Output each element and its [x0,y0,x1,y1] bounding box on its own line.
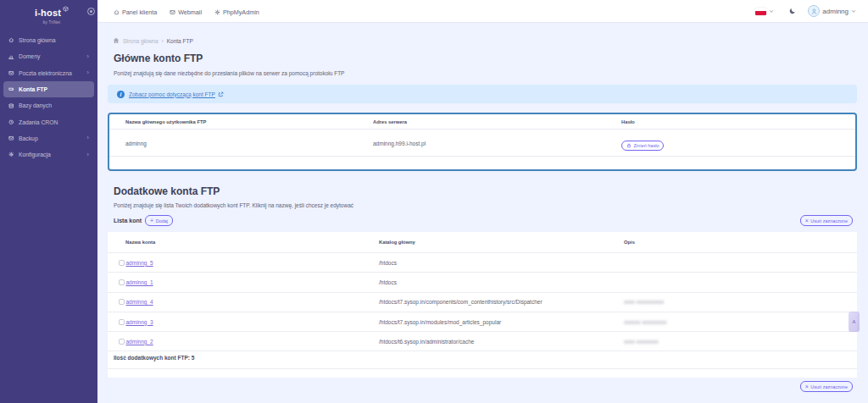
sidebar-item-poczta-elektroniczna[interactable]: Poczta elektroniczna› [3,65,94,81]
account-path: /htdocs [379,279,624,285]
additional-ftp-table: Nazwa konta Katalog główny Opis adminng_… [108,232,857,378]
chevron-right-icon: › [86,53,89,60]
col-header-path: Katalog główny [379,239,624,246]
gear-icon [8,152,14,157]
logo-row: i-host by TriNet [0,0,97,23]
list-label: Lista kont [108,218,142,224]
ftp-account-row: adminng_3/htdocs/t7.sysop.in/modules/mod… [108,312,857,331]
ftp-account-row: adminng_1/htdocs [108,272,857,291]
bottom-toolbar: ×Usuń zaznaczone [108,381,857,392]
home-icon [114,9,120,15]
help-infobox: i Zobacz pomoc dotyczącą kont FTP [108,85,857,103]
breadcrumb-separator: › [162,38,164,44]
sidebar-collapse-icon[interactable] [87,8,95,15]
user-chevron-down-icon[interactable] [851,9,856,13]
change-password-button[interactable]: Zmień hasło [621,141,664,151]
user-menu[interactable]: adminng [822,8,849,15]
lock-icon [626,143,632,148]
col-header-desc: Opis [624,239,857,246]
topbar-link-webmail[interactable]: Webmail [170,8,202,16]
additional-description: Poniżej znajduje się lista Twoich dodatk… [108,202,857,209]
main-ftp-server: adminng.h99.i-host.pl [373,141,621,146]
accessibility-widget[interactable]: A [849,312,860,332]
mail-icon [8,135,14,141]
logo-subtitle: by TriNet [35,20,69,25]
poland-flag-icon [755,8,766,15]
mail-icon [170,9,175,15]
home-icon [113,37,120,44]
logo-cube-icon [63,6,69,12]
x-icon: × [805,384,809,389]
row-checkbox[interactable] [119,279,125,285]
ftp-account-link[interactable]: adminng_1 [126,279,153,285]
sidebar-item-konta-ftp[interactable]: Konta FTP [3,81,94,97]
chart-icon [8,54,14,60]
sidebar-item-zadania-cron[interactable]: Zadania CRON [3,113,94,130]
chevron-down-icon [769,9,774,13]
accounts-count: Ilość dodatkowych kont FTP: 5 [108,351,857,369]
sidebar-item-bazy-danych[interactable]: Bazy danych [3,97,94,113]
gear-icon [214,9,220,15]
sidebar: i-host by TriNet Strona głównaDomeny›Poc… [0,0,97,403]
main-ftp-username: adminng [109,141,373,146]
chevron-right-icon: › [86,135,89,141]
topbar: Panel klientaWebmailPhpMyAdmin adminng [97,0,868,23]
ftp-account-link[interactable]: adminng_2 [126,339,153,345]
db-icon [8,103,14,109]
account-desc: xxxx xxxxxxxxxx [624,299,857,305]
topbar-link-panel-klienta[interactable]: Panel klienta [114,8,157,16]
main-ftp-table: Nazwa głównego użytkownika FTP Adres ser… [108,113,857,171]
sidebar-menu: Strona głównaDomeny›Poczta elektroniczna… [0,32,97,163]
account-desc: xxxxxx xxxxxxxxx [624,319,857,325]
help-link[interactable]: Zobacz pomoc dotyczącą kont FTP [129,91,224,97]
sidebar-item-konfiguracja[interactable]: Konfiguracja› [3,146,94,163]
ftp-account-link[interactable]: adminng_4 [126,299,153,305]
topbar-link-phpmyadmin[interactable]: PhpMyAdmin [214,8,259,16]
delete-selected-button-top[interactable]: ×Usuń zaznaczone [800,215,853,226]
mail-icon [8,70,14,76]
chevron-right-icon: › [86,152,89,158]
delete-selected-button-bottom[interactable]: ×Usuń zaznaczone [800,381,853,392]
account-desc: xxxx xxxxxxxx [624,339,857,345]
account-path: /htdocs/t7.sysop.in/modules/mod_articles… [379,319,624,325]
ftp-account-row: adminng_4/htdocs/t7.sysop.in/components/… [108,292,857,312]
col-header-password: Hasło [621,119,855,126]
avatar[interactable] [808,5,820,17]
row-checkbox[interactable] [119,339,125,345]
main-table-header-row: Nazwa głównego użytkownika FTP Adres ser… [109,114,855,129]
additional-title: Dodatkowe konta FTP [108,186,857,197]
breadcrumb-home[interactable]: Strona główna [123,38,159,44]
chevron-right-icon: › [86,69,89,76]
dark-mode-toggle[interactable] [789,8,796,14]
breadcrumb: Strona główna › Konta FTP [108,37,857,44]
x-icon: × [805,218,809,224]
page-title: Główne konto FTP [108,52,857,65]
logo[interactable]: i-host [35,8,69,18]
row-checkbox[interactable] [119,260,125,266]
account-path: /htdocs [379,260,624,266]
list-toolbar: Lista kont +Dodaj ×Usuń zaznaczone [108,215,857,226]
info-icon: i [117,91,125,98]
row-checkbox[interactable] [119,299,125,305]
main-content: Strona główna › Konta FTP Główne konto F… [97,23,868,392]
page-description: Poniżej znajdują się dane niezbędne do p… [108,70,857,77]
col-header-name: Nazwa konta [108,239,379,246]
col-header-server: Adres serwera [373,119,621,126]
drive-icon [8,86,14,92]
ftp-account-link[interactable]: adminng_5 [126,260,153,266]
sidebar-item-backup[interactable]: Backup› [3,130,94,146]
ftp-account-row: adminng_2/htdocs/t6.sysop.in/administrat… [108,331,857,351]
clock-icon [8,119,14,125]
plus-icon: + [150,218,153,224]
sidebar-item-domeny[interactable]: Domeny› [3,48,94,64]
ftp-account-link[interactable]: adminng_3 [126,319,153,325]
home-icon [8,37,14,43]
account-path: /htdocs/t7.sysop.in/components/com_conte… [379,299,624,305]
add-account-button[interactable]: +Dodaj [145,215,173,226]
row-checkbox[interactable] [119,319,125,325]
external-link-icon [218,91,224,97]
language-selector[interactable] [755,8,774,15]
account-path: /htdocs/t6.sysop.in/administrator/cache [379,339,624,345]
sidebar-item-strona-g-wna[interactable]: Strona główna [3,32,94,48]
col-header-username: Nazwa głównego użytkownika FTP [109,119,373,126]
